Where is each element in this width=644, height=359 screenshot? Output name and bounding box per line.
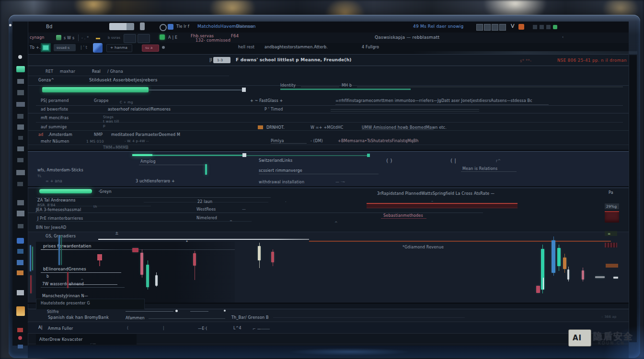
candle-body: [132, 248, 138, 252]
strip-blue-icon-4[interactable]: [18, 345, 23, 348]
title-tab-label: Tle lr f: [176, 24, 189, 29]
strip-tool-icon-4[interactable]: [17, 114, 23, 119]
green-menu-icon[interactable]: [56, 35, 61, 40]
menu-chevron[interactable]: ‹: [562, 35, 564, 39]
f64-label: F64: [231, 34, 239, 38]
teal-tool-button[interactable]: [41, 43, 51, 52]
window-icon-1[interactable]: [476, 24, 483, 31]
tray-icon-2[interactable]: [540, 25, 544, 29]
menu-small-button[interactable]: b ssras: [108, 36, 120, 40]
red-drawdown-bar: [367, 203, 518, 208]
toolbar-dot-icon[interactable]: [162, 46, 165, 49]
bottom-b-icon: A|: [38, 325, 43, 330]
window-icon-4[interactable]: [499, 24, 506, 31]
strip-red-icon[interactable]: [17, 328, 23, 332]
menu-brand[interactable]: cynagn: [30, 35, 44, 40]
axis-green-chip: [605, 231, 617, 236]
strip-orange-icon[interactable]: [17, 270, 23, 275]
app-title: Bd: [46, 24, 53, 29]
green-status-icon: [553, 25, 557, 29]
progress-thumb[interactable]: [242, 88, 246, 92]
strip-tool-icon-1[interactable]: [17, 79, 24, 84]
band-thumb[interactable]: [242, 153, 246, 157]
teal-tool-glyph: [43, 45, 48, 50]
band-bar-bright: [132, 154, 152, 156]
menu-divider: [78, 34, 79, 41]
page-icon[interactable]: [140, 22, 145, 30]
bottom-a1: Stilfre: [47, 310, 59, 314]
record-green-icon[interactable]: [160, 34, 165, 40]
strip-tool-icon-13[interactable]: [18, 224, 23, 228]
refresh-icon[interactable]: [160, 24, 167, 31]
strip-tool-icon-7[interactable]: [17, 146, 24, 151]
candle-body: [67, 272, 69, 288]
row4-value: asteerhoof relatinnel/Remseres: [108, 107, 171, 112]
strip-tool-icon-9[interactable]: [16, 170, 25, 175]
menu-button-b[interactable]: [138, 34, 150, 43]
panel2-row1-sub: BSR. 8'84: [37, 203, 56, 207]
panel2-row3-value: Nimelered: [196, 216, 217, 220]
bottom-row-b: [28, 323, 629, 333]
row1-key2: maxhar: [60, 69, 75, 74]
panel2-row4-label: BIN ter JeweAD: [36, 225, 66, 230]
strip-tool-icon-6[interactable]: [18, 136, 23, 140]
strip-tool-icon-10[interactable]: [17, 182, 23, 186]
candle-body: [552, 240, 555, 273]
strip-tool-icon-12[interactable]: [17, 211, 24, 216]
band-row2-mid: 3 uchtlensferraro +: [136, 179, 175, 183]
strip-tool-icon-11[interactable]: [17, 200, 24, 205]
strip-dot-icon[interactable]: [18, 55, 22, 59]
legend-red-candle-stem: [99, 260, 100, 266]
title-pill-button[interactable]: [109, 23, 134, 30]
band-paren-1: ( ): [386, 157, 392, 164]
white-price-line: [98, 239, 309, 240]
overlay-line-1: prises forwardentatien: [43, 244, 92, 248]
strip-blue-icon-1[interactable]: [17, 238, 24, 244]
menu-button-a[interactable]: [124, 34, 136, 43]
vee-icon[interactable]: V: [511, 23, 515, 29]
row8-detail: +BMemsarna•TsShutatretsFinalstqMqBh: [338, 139, 419, 143]
strip-light-icon[interactable]: [17, 290, 24, 295]
menu-dashes[interactable]: - . *: [81, 36, 89, 40]
bottom-b3: |: [163, 326, 164, 330]
tray-icon-3[interactable]: [546, 25, 551, 29]
header-marks: |l: [209, 58, 212, 62]
blue-flag-button[interactable]: [93, 43, 103, 53]
band-bracket: r^: [496, 159, 501, 163]
menu-letters[interactable]: A | E: [168, 35, 177, 40]
overlay-line-2: bElinoreandGrennes: [43, 267, 86, 271]
bottom-dot-2: [224, 310, 226, 312]
candle-body: [58, 236, 60, 265]
strip-blue-icon-3[interactable]: [17, 260, 23, 265]
bottom-w1: – 366 ap: [601, 315, 617, 319]
row6-key2: p: [103, 123, 105, 128]
window-icon-3[interactable]: [492, 24, 498, 31]
toolbar-text-1: hell rest: [238, 45, 254, 49]
window-icon-2[interactable]: [484, 24, 491, 31]
strip-red-dot-icon[interactable]: [18, 336, 22, 340]
panel2-row2-th: th: [93, 205, 97, 209]
strip-tool-icon-3[interactable]: [16, 102, 25, 107]
bottom-row-a: [28, 309, 629, 322]
status-link[interactable]: 49 Ms Rel daer snowig: [413, 24, 463, 29]
strip-tool-icon-5[interactable]: [17, 124, 24, 130]
strip-tool-icon-8[interactable]: [17, 158, 23, 162]
panel2-row3-label: J PrE rimanterbarrieres: [37, 216, 83, 221]
row1-value: Real: [92, 69, 101, 74]
strip-folder-icon[interactable]: [16, 306, 25, 316]
bottom-b5: L^4: [233, 326, 242, 330]
red-badge-label: su a: [145, 46, 152, 50]
orange-price-line: [309, 241, 611, 242]
chart-adjust-icon[interactable]: ±: [115, 231, 119, 236]
tray-icon-1[interactable]: [533, 25, 537, 29]
menu-glyphs[interactable]: s W s: [64, 36, 74, 40]
vertical-scrollbar[interactable]: [629, 55, 637, 342]
alert-orange-icon[interactable]: [518, 24, 524, 30]
row6-mid2: W =+ +MGtdHC: [310, 125, 343, 130]
strip-green-chip-icon[interactable]: [16, 66, 25, 72]
row8-key3: - W. 4 p-4W --: [125, 139, 149, 143]
band-row2-mid2: withdrawal installation: [259, 180, 304, 184]
strip-tool-icon-2[interactable]: [17, 90, 24, 95]
strip-blue-icon-2[interactable]: [17, 249, 23, 254]
row1-extra: / Ghana: [107, 69, 123, 74]
